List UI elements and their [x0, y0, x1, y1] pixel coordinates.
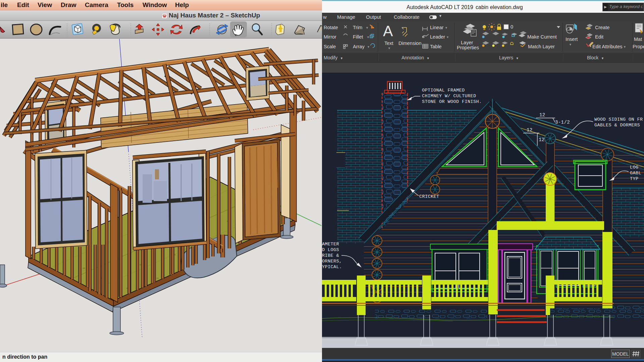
svg-text:Rotate: Rotate [324, 25, 338, 30]
svg-text:▼: ▼ [623, 45, 626, 49]
svg-text:Trim: Trim [353, 25, 362, 30]
svg-text:Insert: Insert [566, 37, 578, 42]
svg-text:D LOGS: D LOGS [322, 247, 339, 252]
svg-text:▼: ▼ [388, 47, 391, 50]
svg-text:3-1/2: 3-1/2 [555, 120, 570, 125]
svg-text:▼: ▼ [446, 36, 449, 39]
svg-text:Dimension: Dimension [398, 41, 422, 46]
svg-text:Match Layer: Match Layer [528, 44, 555, 49]
svg-text:TYP: TYP [630, 176, 639, 181]
svg-text:WOOD SIDING ON FR: WOOD SIDING ON FR [594, 117, 643, 122]
svg-text:12: 12 [539, 112, 545, 118]
svg-text:▼: ▼ [367, 45, 370, 49]
svg-text:Properties: Properties [457, 45, 479, 50]
svg-text:ORNERS,: ORNERS, [322, 259, 342, 264]
svg-text:Prope: Prope [633, 44, 644, 49]
svg-text:12: 12 [527, 127, 533, 133]
svg-text:Mat: Mat [634, 37, 642, 42]
svg-text:LOG: LOG [630, 165, 639, 170]
svg-text:Create: Create [595, 25, 610, 30]
svg-text:Linear: Linear [430, 25, 443, 30]
svg-text:Layer: Layer [461, 40, 473, 45]
svg-text:▼: ▼ [366, 26, 369, 29]
svg-text:Mirror: Mirror [324, 34, 336, 40]
svg-text:Make Current: Make Current [527, 34, 557, 40]
svg-text:A: A [383, 23, 393, 39]
svg-text:Edit Attributes: Edit Attributes [592, 44, 622, 49]
svg-text:STONE OR WOOD FINISH.: STONE OR WOOD FINISH. [422, 99, 482, 104]
svg-text:AMETER: AMETER [322, 242, 339, 247]
svg-text:▼: ▼ [445, 26, 448, 29]
svg-text:▼: ▼ [569, 43, 572, 46]
svg-text:Fillet: Fillet [353, 34, 363, 40]
svg-text:12: 12 [539, 137, 545, 142]
svg-text:Scale: Scale [324, 44, 336, 49]
svg-text:Text: Text [384, 41, 393, 46]
svg-text:CHIMNEY W/ CULTURED: CHIMNEY W/ CULTURED [422, 94, 476, 99]
svg-text:Leader: Leader [430, 34, 445, 40]
svg-text:OPTIONAL FRAMED: OPTIONAL FRAMED [422, 88, 465, 93]
svg-text:RIBE &: RIBE & [322, 253, 339, 258]
svg-text:GABLES & DORMERS: GABLES & DORMERS [594, 123, 640, 128]
svg-text:Edit: Edit [595, 34, 603, 40]
svg-text:▼: ▼ [367, 36, 370, 39]
svg-text:YPICAL.: YPICAL. [322, 264, 342, 269]
svg-text:Table: Table [430, 44, 442, 49]
svg-text:GABL: GABL [630, 171, 641, 176]
svg-text:CRICKET: CRICKET [419, 194, 439, 199]
svg-text:Array: Array [353, 44, 365, 49]
svg-text:0: 0 [511, 24, 513, 29]
